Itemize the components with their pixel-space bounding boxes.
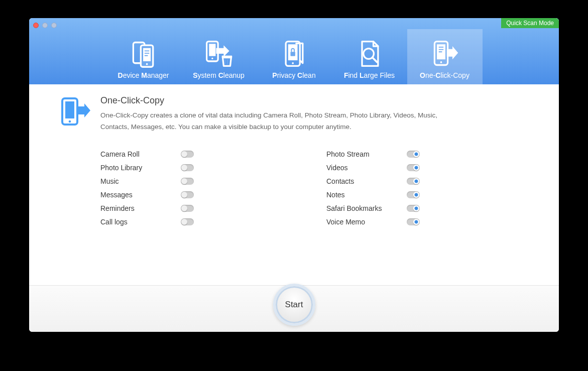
svg-point-15 <box>292 62 294 64</box>
toggle-music[interactable] <box>181 178 194 185</box>
option-videos: Videos <box>326 164 487 172</box>
options-column-right: Photo StreamVideosContactsNotesSafari Bo… <box>326 150 487 226</box>
page-title: One-Click-Copy <box>100 95 462 106</box>
option-label: Call logs <box>100 218 181 226</box>
toggle-knob <box>181 165 187 171</box>
tab-label: One-Click-Copy <box>420 71 469 79</box>
toggle-messages[interactable] <box>181 191 194 198</box>
svg-rect-8 <box>209 44 215 56</box>
svg-rect-10 <box>221 56 232 58</box>
option-label: Messages <box>100 191 181 199</box>
options-grid: Camera RollPhoto LibraryMusicMessagesRem… <box>59 150 529 226</box>
toggle-knob <box>181 192 187 198</box>
minimize-icon[interactable] <box>42 23 48 28</box>
option-label: Notes <box>326 191 407 199</box>
tab-label: Find Large Files <box>344 71 395 79</box>
toggle-camera-roll[interactable] <box>181 151 194 158</box>
header: Quick Scan Mode Device ManagerSystem Cle… <box>29 18 559 84</box>
svg-line-18 <box>372 58 377 62</box>
toggle-call-logs[interactable] <box>181 218 194 225</box>
toggle-videos[interactable] <box>407 164 420 171</box>
find-large-files-icon <box>355 36 385 71</box>
toggle-knob <box>413 219 419 225</box>
close-icon[interactable] <box>33 23 39 28</box>
svg-point-6 <box>146 63 148 65</box>
svg-point-24 <box>440 61 442 63</box>
toggle-safari-bookmarks[interactable] <box>407 205 420 212</box>
option-label: Photo Stream <box>326 150 407 158</box>
option-label: Voice Memo <box>326 218 407 226</box>
quick-scan-mode-badge[interactable]: Quick Scan Mode <box>501 18 559 28</box>
toggle-knob <box>181 219 187 225</box>
tab-one-click-copy[interactable]: One-Click-Copy <box>407 29 483 84</box>
option-photo-stream: Photo Stream <box>326 150 487 158</box>
tab-label: Privacy Clean <box>272 71 315 79</box>
option-reminders: Reminders <box>100 204 261 212</box>
tab-find-large-files[interactable]: Find Large Files <box>332 29 407 84</box>
tab-label: Device Manager <box>118 71 169 79</box>
svg-rect-2 <box>143 48 151 61</box>
option-camera-roll: Camera Roll <box>100 150 261 158</box>
app-window: Quick Scan Mode Device ManagerSystem Cle… <box>29 18 559 332</box>
toggle-knob <box>413 205 419 211</box>
toggle-knob <box>413 151 419 157</box>
toggle-contacts[interactable] <box>407 178 420 185</box>
system-cleanup-icon <box>204 36 234 71</box>
toggle-reminders[interactable] <box>181 205 194 212</box>
option-messages: Messages <box>100 191 261 199</box>
title-bar: Quick Scan Mode <box>29 18 559 29</box>
option-notes: Notes <box>326 191 487 199</box>
option-label: Contacts <box>326 177 407 185</box>
content-area: One-Click-Copy One-Click-Copy creates a … <box>29 84 559 332</box>
options-column-left: Camera RollPhoto LibraryMusicMessagesRem… <box>100 150 261 226</box>
option-label: Camera Roll <box>100 150 181 158</box>
tab-bar: Device ManagerSystem CleanupPrivacy Clea… <box>29 29 559 84</box>
one-click-copy-icon <box>430 36 460 71</box>
option-call-logs: Call logs <box>100 218 261 226</box>
toggle-voice-memo[interactable] <box>407 218 420 225</box>
tab-system-cleanup[interactable]: System Cleanup <box>181 29 257 84</box>
tab-label: System Cleanup <box>193 71 245 79</box>
option-label: Safari Bookmarks <box>326 204 407 212</box>
option-label: Videos <box>326 164 407 172</box>
option-music: Music <box>100 177 261 185</box>
option-contacts: Contacts <box>326 177 487 185</box>
svg-rect-26 <box>65 101 74 118</box>
tab-device-manager[interactable]: Device Manager <box>106 29 181 84</box>
intro-text: One-Click-Copy One-Click-Copy creates a … <box>100 95 462 133</box>
svg-point-27 <box>69 120 71 123</box>
option-label: Music <box>100 177 181 185</box>
zoom-icon[interactable] <box>51 23 57 28</box>
toggle-knob <box>181 151 187 157</box>
option-label: Photo Library <box>100 164 181 172</box>
svg-rect-16 <box>290 52 295 56</box>
toggle-knob <box>413 192 419 198</box>
option-label: Reminders <box>100 204 181 212</box>
device-manager-icon <box>129 36 159 71</box>
toggle-photo-stream[interactable] <box>407 151 420 158</box>
tab-privacy-clean[interactable]: Privacy Clean <box>257 29 332 84</box>
toggle-photo-library[interactable] <box>181 164 194 171</box>
option-photo-library: Photo Library <box>100 164 261 172</box>
toggle-knob <box>413 178 419 184</box>
option-voice-memo: Voice Memo <box>326 218 487 226</box>
toggle-knob <box>413 165 419 171</box>
toggle-knob <box>181 178 187 184</box>
svg-point-9 <box>211 58 213 59</box>
start-button[interactable]: Start <box>273 284 315 326</box>
toggle-notes[interactable] <box>407 191 420 198</box>
window-controls <box>33 23 57 28</box>
one-click-copy-icon <box>59 95 91 130</box>
page-description: One-Click-Copy creates a clone of vital … <box>100 110 462 133</box>
option-safari-bookmarks: Safari Bookmarks <box>326 204 487 212</box>
privacy-clean-icon <box>279 36 309 71</box>
intro: One-Click-Copy One-Click-Copy creates a … <box>59 95 529 133</box>
toggle-knob <box>181 205 187 211</box>
